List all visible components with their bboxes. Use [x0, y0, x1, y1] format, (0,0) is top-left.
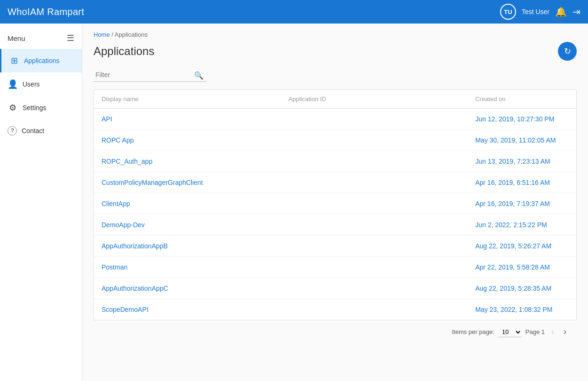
row-app-id — [289, 200, 476, 207]
row-name: Postman — [102, 263, 289, 271]
row-app-id — [289, 263, 476, 271]
items-per-page-select[interactable]: 10 25 50 100 — [498, 327, 522, 337]
header-right: TU Test User 🔔 ⇥ — [500, 4, 580, 20]
sidebar: Menu ☰ ⊞ Applications 👤 Users ⚙ Settings… — [0, 24, 82, 381]
settings-icon: ⚙ — [8, 103, 18, 113]
row-name: ROPC App — [102, 136, 289, 144]
app-title: WhoIAM Rampart — [8, 7, 84, 17]
row-app-id — [289, 242, 476, 250]
sidebar-item-contact[interactable]: ? Contact — [0, 119, 82, 142]
table-row[interactable]: Postman Apr 22, 2019, 5:58:28 AM — [94, 257, 576, 278]
sidebar-item-settings-label: Settings — [23, 104, 47, 111]
table-row[interactable]: ROPC App May 30, 2019, 11:02:05 AM — [94, 130, 576, 151]
filter-search-icon: 🔍 — [194, 71, 204, 79]
row-app-id — [289, 136, 476, 144]
col-created-on: Created on — [475, 95, 569, 103]
avatar: TU — [500, 4, 516, 20]
row-created-date: Jun 13, 2019, 7:23:13 AM — [475, 158, 569, 165]
page-title: Applications — [94, 45, 154, 58]
row-app-id — [289, 285, 476, 292]
row-name: DemoApp-Dev — [102, 221, 289, 229]
prev-page-button[interactable]: ‹ — [549, 326, 557, 338]
row-name: CustomPolicyManagerGraphClient — [102, 179, 289, 186]
row-created-date: Jun 2, 2022, 2:15:22 PM — [475, 221, 569, 229]
row-created-date: Apr 22, 2019, 5:58:28 AM — [475, 263, 569, 271]
row-app-id — [289, 115, 476, 123]
page-header: Applications ↻ — [94, 42, 577, 61]
sidebar-item-applications-label: Applications — [24, 57, 60, 64]
row-created-date: Jun 12, 2019, 10:27:30 PM — [475, 115, 569, 123]
col-application-id: Application ID — [289, 95, 476, 103]
table-row[interactable]: AppAuthorizationAppB Aug 22, 2019, 5:26:… — [94, 236, 576, 257]
row-app-id — [289, 306, 476, 313]
row-created-date: May 30, 2019, 11:02:05 AM — [475, 136, 569, 144]
row-created-date: May 23, 2022, 1:08:32 PM — [475, 306, 569, 313]
sidebar-item-contact-label: Contact — [22, 127, 44, 135]
layout: Menu ☰ ⊞ Applications 👤 Users ⚙ Settings… — [0, 24, 588, 381]
table-body: API Jun 12, 2019, 10:27:30 PM ROPC App M… — [94, 109, 576, 320]
menu-header: Menu ☰ — [0, 27, 82, 49]
breadcrumb-home[interactable]: Home — [94, 31, 110, 38]
row-created-date: Aug 22, 2019, 5:26:27 AM — [475, 242, 569, 250]
applications-icon: ⊞ — [9, 56, 19, 66]
table-row[interactable]: ClientApp Apr 16, 2019, 7:19:37 AM — [94, 193, 576, 214]
row-name: ROPC_Auth_app — [102, 158, 289, 165]
sidebar-item-applications[interactable]: ⊞ Applications — [0, 49, 82, 72]
pagination: Items per page: 10 25 50 100 Page 1 ‹ › — [94, 320, 577, 343]
sidebar-item-settings[interactable]: ⚙ Settings — [0, 96, 82, 119]
main-content: Home / Applications Applications ↻ 🔍 Dis… — [82, 24, 588, 381]
breadcrumb: Home / Applications — [94, 31, 577, 38]
notification-icon[interactable]: 🔔 — [555, 6, 567, 17]
filter-input[interactable] — [94, 68, 206, 82]
items-per-page-label: Items per page: — [452, 328, 494, 335]
table-row[interactable]: API Jun 12, 2019, 10:27:30 PM — [94, 109, 576, 130]
row-name: AppAuthorizationAppC — [102, 285, 289, 292]
app-header: WhoIAM Rampart TU Test User 🔔 ⇥ — [0, 0, 588, 24]
table-row[interactable]: DemoApp-Dev Jun 2, 2022, 2:15:22 PM — [94, 214, 576, 236]
menu-label: Menu — [8, 34, 25, 42]
breadcrumb-current: Applications — [115, 31, 148, 38]
sidebar-item-users-label: Users — [23, 80, 40, 88]
next-page-button[interactable]: › — [561, 326, 569, 338]
row-app-id — [289, 158, 476, 165]
table-header: Display name Application ID Created on — [94, 90, 576, 109]
table-row[interactable]: CustomPolicyManagerGraphClient Apr 16, 2… — [94, 172, 576, 193]
contact-icon: ? — [8, 126, 17, 135]
filter-container: 🔍 — [94, 68, 206, 82]
table-row[interactable]: ScopeDemoAPI May 23, 2022, 1:08:32 PM — [94, 299, 576, 320]
menu-toggle-icon[interactable]: ☰ — [67, 33, 74, 43]
refresh-button[interactable]: ↻ — [558, 42, 577, 61]
sidebar-item-users[interactable]: 👤 Users — [0, 72, 82, 96]
page-label: Page 1 — [525, 328, 545, 335]
row-name: AppAuthorizationAppB — [102, 242, 289, 250]
users-icon: 👤 — [8, 79, 18, 89]
row-app-id — [289, 179, 476, 186]
col-display-name: Display name — [102, 95, 289, 103]
table-row[interactable]: ROPC_Auth_app Jun 13, 2019, 7:23:13 AM — [94, 151, 576, 172]
username-label: Test User — [522, 8, 549, 16]
logout-icon[interactable]: ⇥ — [572, 6, 580, 17]
row-created-date: Aug 22, 2019, 5:28:35 AM — [475, 285, 569, 292]
row-name: API — [102, 115, 289, 123]
row-created-date: Apr 16, 2019, 6:51:16 AM — [475, 179, 569, 186]
table-row[interactable]: AppAuthorizationAppC Aug 22, 2019, 5:28:… — [94, 278, 576, 299]
row-created-date: Apr 16, 2019, 7:19:37 AM — [475, 200, 569, 207]
row-app-id — [289, 221, 476, 229]
row-name: ScopeDemoAPI — [102, 306, 289, 313]
row-name: ClientApp — [102, 200, 289, 207]
applications-table: Display name Application ID Created on A… — [94, 89, 577, 320]
